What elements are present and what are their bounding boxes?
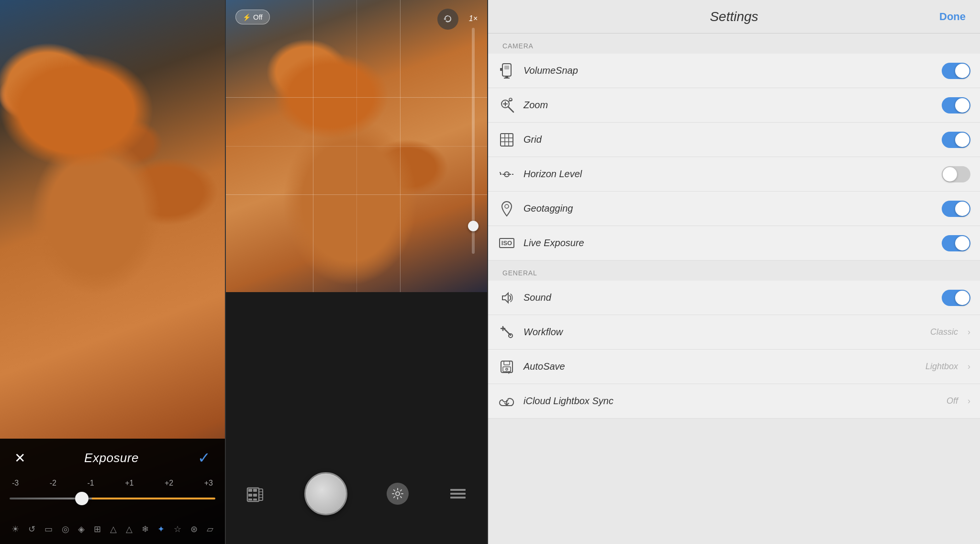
iso-label-icon: ISO — [499, 238, 514, 248]
svg-rect-14 — [450, 497, 466, 499]
zoom-track[interactable] — [472, 28, 475, 254]
workflow-label: Workflow — [523, 327, 923, 338]
tool-crop[interactable]: ▭ — [45, 524, 53, 534]
settings-row-workflow[interactable]: Workflow Classic › — [488, 315, 980, 350]
autosave-icon — [498, 358, 516, 376]
tool-star[interactable]: ☆ — [174, 524, 181, 534]
zoom-toggle[interactable] — [942, 97, 970, 113]
zoom-thumb[interactable] — [468, 221, 479, 231]
svg-rect-41 — [504, 361, 510, 365]
slider-label-p2: +2 — [165, 479, 173, 487]
section-label-general: GENERAL — [488, 261, 980, 281]
svg-rect-2 — [253, 489, 257, 492]
camera-rotate-button[interactable] — [437, 9, 458, 30]
edit-bottom-bar: ✕ Exposure ✓ -3 -2 -1 +1 +2 +3 ☀ ↺ ▭ ◎ ◈ — [0, 439, 225, 544]
zoom-label: 1× — [469, 14, 478, 23]
svg-rect-26 — [501, 134, 513, 146]
settings-title: Settings — [710, 9, 758, 24]
geotagging-toggle-thumb — [955, 202, 969, 216]
flash-label: Off — [253, 13, 263, 21]
slider-track-container[interactable] — [10, 491, 215, 506]
svg-rect-4 — [253, 494, 257, 497]
liveexposure-toggle[interactable] — [942, 235, 970, 251]
slider-label-p1: +1 — [125, 479, 134, 487]
workflow-value: Classic — [930, 327, 958, 337]
exposure-slider-section: -3 -2 -1 +1 +2 +3 — [0, 479, 225, 506]
sound-label: Sound — [523, 292, 934, 303]
geotagging-icon — [498, 200, 516, 218]
tool-target[interactable]: ◈ — [78, 524, 85, 534]
autosave-chevron: › — [968, 362, 970, 372]
svg-rect-6 — [253, 499, 257, 500]
zoom-toggle-thumb — [955, 98, 969, 113]
horizon-toggle[interactable] — [942, 166, 970, 182]
tool-star-active[interactable]: ✦ — [157, 524, 165, 534]
tool-circle[interactable]: ◎ — [62, 524, 69, 534]
svg-rect-13 — [450, 493, 466, 495]
tool-settings2[interactable]: ⊛ — [190, 524, 198, 534]
icloud-icon — [498, 392, 516, 410]
sound-toggle[interactable] — [942, 290, 970, 306]
svg-rect-12 — [450, 489, 466, 491]
svg-rect-1 — [248, 489, 252, 492]
edit-close-button[interactable]: ✕ — [14, 450, 25, 466]
zoom-label-setting: Zoom — [523, 100, 934, 111]
volumesnap-toggle[interactable] — [942, 63, 970, 79]
svg-rect-42 — [503, 367, 511, 372]
svg-rect-15 — [502, 64, 511, 76]
autosave-label: AutoSave — [523, 361, 918, 372]
tool-triangle2[interactable]: △ — [126, 524, 133, 534]
tool-rotate[interactable]: ↺ — [28, 524, 35, 534]
tool-snowflake[interactable]: ❄ — [142, 524, 149, 534]
rotate-icon — [442, 13, 454, 25]
horizon-toggle-thumb — [943, 167, 957, 181]
settings-row-sound: Sound — [488, 281, 980, 315]
film-roll-button[interactable] — [245, 484, 265, 503]
tool-grid[interactable]: ⊞ — [94, 524, 101, 534]
settings-row-volumesnap: VolumeSnap — [488, 54, 980, 88]
settings-row-zoom: Zoom — [488, 88, 980, 123]
settings-header: Settings Done — [488, 0, 980, 34]
liveexposure-label: Live Exposure — [523, 238, 934, 249]
grid-icon — [498, 131, 516, 149]
volumesnap-toggle-thumb — [955, 64, 969, 78]
zoom-slider-container: 1× — [469, 14, 478, 254]
settings-gear-button[interactable] — [387, 483, 409, 505]
geotagging-toggle[interactable] — [942, 201, 970, 217]
flash-icon: ⚡ — [243, 13, 251, 21]
slider-label-n3: -3 — [12, 479, 19, 487]
settings-row-autosave[interactable]: AutoSave Lightbox › — [488, 350, 980, 384]
shutter-button[interactable] — [304, 472, 347, 515]
camera-bottom-bar — [226, 292, 487, 544]
tool-triangle1[interactable]: △ — [110, 524, 117, 534]
icloud-label: iCloud Lightbox Sync — [523, 396, 939, 407]
edit-confirm-button[interactable]: ✓ — [198, 449, 211, 467]
tools-row: ☀ ↺ ▭ ◎ ◈ ⊞ △ △ ❄ ✦ ☆ ⊛ ▱ — [0, 524, 225, 534]
svg-rect-18 — [500, 68, 502, 71]
svg-rect-5 — [248, 499, 252, 500]
settings-body: CAMERA VolumeSnap — [488, 34, 980, 544]
tool-rect[interactable]: ▱ — [207, 524, 213, 534]
settings-row-icloud[interactable]: iCloud Lightbox Sync Off › — [488, 384, 980, 419]
flash-button[interactable]: ⚡ Off — [235, 10, 270, 24]
settings-row-grid: Grid — [488, 123, 980, 157]
camera-panel: ⚡ Off 1× — [225, 0, 488, 544]
tool-sun[interactable]: ☀ — [11, 524, 19, 534]
edit-title-row: ✕ Exposure ✓ — [0, 443, 225, 472]
grid-label: Grid — [523, 134, 934, 145]
volumesnap-label: VolumeSnap — [523, 65, 934, 76]
slider-thumb[interactable] — [75, 492, 89, 505]
horizon-label: Horizon Level — [523, 169, 934, 180]
svg-rect-16 — [504, 66, 509, 69]
camera-dog-layer — [226, 0, 487, 292]
icloud-chevron: › — [968, 396, 970, 406]
volumesnap-icon — [498, 62, 516, 80]
settings-done-button[interactable]: Done — [939, 11, 966, 23]
sound-toggle-thumb — [955, 291, 969, 305]
list-view-button[interactable] — [448, 484, 468, 503]
iso-icon: ISO — [498, 234, 516, 252]
slider-track — [10, 498, 215, 499]
zoom-icon — [498, 96, 516, 114]
icloud-value: Off — [947, 396, 958, 406]
grid-toggle[interactable] — [942, 132, 970, 148]
